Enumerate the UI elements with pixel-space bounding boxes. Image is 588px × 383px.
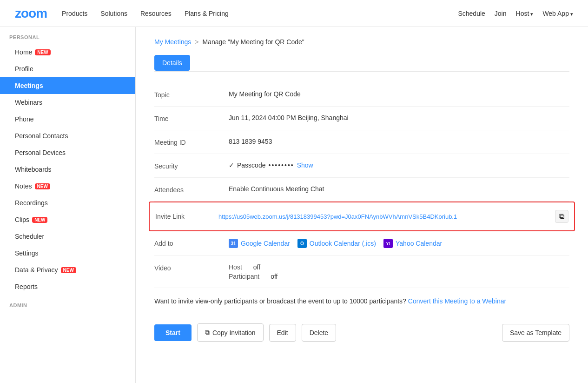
- header-right: Schedule Join Host Web App: [458, 10, 573, 17]
- sidebar-item-meetings-label: Meetings: [15, 82, 43, 89]
- breadcrumb: My Meetings > Manage "My Meeting for QR …: [154, 38, 569, 46]
- nav-products[interactable]: Products: [62, 10, 87, 17]
- join-button[interactable]: Join: [495, 10, 507, 17]
- personal-section-label: PERSONAL: [0, 27, 135, 44]
- tabs: Details: [154, 55, 569, 72]
- time-row: Time Jun 11, 2024 04:00 PM Beijing, Shan…: [154, 107, 569, 130]
- convert-to-webinar-link[interactable]: Convert this Meeting to a Webinar: [408, 297, 506, 305]
- add-to-label: Add to: [154, 239, 229, 247]
- topic-row: Topic My Meeting for QR Code: [154, 83, 569, 107]
- calendar-links: 31 Google Calendar O Outlook Calendar (.…: [229, 239, 569, 248]
- security-check: ✓: [229, 161, 234, 169]
- sidebar-item-scheduler[interactable]: Scheduler: [0, 228, 135, 245]
- outlook-calendar-label: Outlook Calendar (.ics): [310, 240, 376, 247]
- attendees-row: Attendees Enable Continuous Meeting Chat: [154, 178, 569, 202]
- webinar-promo-text: Want to invite view-only participants or…: [154, 297, 406, 305]
- time-label: Time: [154, 114, 229, 122]
- breadcrumb-current: Manage "My Meeting for QR Code": [203, 38, 304, 46]
- yahoo-calendar-label: Yahoo Calendar: [396, 240, 442, 247]
- sidebar: PERSONAL Home NEW Profile Meetings Webin…: [0, 27, 136, 383]
- sidebar-item-clips[interactable]: Clips NEW: [0, 211, 135, 228]
- google-calendar-label: Google Calendar: [241, 240, 290, 247]
- webinar-promo: Want to invite view-only participants or…: [154, 288, 569, 314]
- sidebar-item-reports-label: Reports: [15, 283, 38, 290]
- zoom-logo: zoom: [15, 6, 47, 21]
- sidebar-item-notes-label: Notes: [15, 182, 32, 190]
- yahoo-calendar-link[interactable]: Y! Yahoo Calendar: [383, 239, 442, 248]
- outlook-calendar-link[interactable]: O Outlook Calendar (.ics): [297, 239, 376, 248]
- video-participant-row: Participant off: [229, 273, 569, 280]
- sidebar-item-home[interactable]: Home NEW: [0, 44, 135, 60]
- nav-resources[interactable]: Resources: [140, 10, 172, 17]
- sidebar-item-reports[interactable]: Reports: [0, 278, 135, 295]
- video-host-label: Host: [229, 263, 242, 271]
- copy-invitation-button[interactable]: ⧉ Copy Invitation: [197, 323, 264, 342]
- tab-details[interactable]: Details: [154, 55, 190, 71]
- yahoo-calendar-icon: Y!: [383, 239, 393, 248]
- topic-label: Topic: [154, 90, 229, 99]
- start-button[interactable]: Start: [154, 324, 192, 341]
- passcode-label: Passcode: [237, 161, 265, 169]
- video-host-value: off: [253, 263, 260, 271]
- show-passcode-link[interactable]: Show: [297, 161, 313, 169]
- nav-plans-pricing[interactable]: Plans & Pricing: [185, 10, 229, 17]
- clips-badge: NEW: [32, 217, 47, 223]
- sidebar-item-personal-devices-label: Personal Devices: [15, 149, 66, 156]
- sidebar-item-profile[interactable]: Profile: [0, 60, 135, 77]
- invite-link-row: Invite Link https://us05web.zoom.us/j/81…: [149, 202, 575, 231]
- video-participant-value: off: [271, 273, 277, 280]
- invite-link-url[interactable]: https://us05web.zoom.us/j/81318399453?pw…: [218, 213, 549, 220]
- sidebar-item-settings[interactable]: Settings: [0, 245, 135, 262]
- sidebar-item-notes[interactable]: Notes NEW: [0, 178, 135, 195]
- sidebar-item-home-label: Home: [15, 48, 32, 56]
- sidebar-item-settings-label: Settings: [15, 249, 39, 257]
- sidebar-item-scheduler-label: Scheduler: [15, 233, 44, 240]
- sidebar-item-clips-label: Clips: [15, 216, 29, 223]
- host-button[interactable]: Host: [516, 10, 534, 17]
- breadcrumb-parent[interactable]: My Meetings: [154, 38, 191, 46]
- sidebar-item-phone[interactable]: Phone: [0, 111, 135, 128]
- layout: PERSONAL Home NEW Profile Meetings Webin…: [0, 27, 588, 383]
- admin-section-label: ADMIN: [0, 295, 135, 312]
- delete-button[interactable]: Delete: [302, 324, 336, 342]
- nav-links: Products Solutions Resources Plans & Pri…: [62, 10, 229, 17]
- outlook-calendar-icon: O: [297, 239, 307, 248]
- edit-button[interactable]: Edit: [269, 324, 296, 342]
- video-value: Host off Participant off: [229, 263, 569, 280]
- attendees-label: Attendees: [154, 185, 229, 194]
- sidebar-item-personal-contacts[interactable]: Personal Contacts: [0, 128, 135, 144]
- sidebar-item-personal-devices[interactable]: Personal Devices: [0, 144, 135, 161]
- home-badge: NEW: [35, 49, 50, 55]
- security-row: Security ✓ Passcode •••••••• Show: [154, 154, 569, 178]
- video-row: Video Host off Participant off: [154, 256, 569, 288]
- header: zoom Products Solutions Resources Plans …: [0, 0, 588, 27]
- schedule-button[interactable]: Schedule: [458, 10, 485, 17]
- video-label: Video: [154, 263, 229, 272]
- invite-link-label: Invite Link: [155, 213, 218, 220]
- main-content: My Meetings > Manage "My Meeting for QR …: [136, 27, 588, 383]
- sidebar-item-whiteboards[interactable]: Whiteboards: [0, 161, 135, 178]
- copy-invitation-label: Copy Invitation: [212, 329, 256, 336]
- topic-value: My Meeting for QR Code: [229, 90, 569, 98]
- sidebar-item-data-privacy-label: Data & Privacy: [15, 266, 58, 274]
- sidebar-item-webinars-label: Webinars: [15, 99, 42, 106]
- add-to-row: Add to 31 Google Calendar O Outlook Cale…: [154, 231, 569, 256]
- google-calendar-link[interactable]: 31 Google Calendar: [229, 239, 290, 248]
- copy-icon: ⧉: [205, 329, 210, 336]
- time-value: Jun 11, 2024 04:00 PM Beijing, Shanghai: [229, 114, 569, 121]
- sidebar-item-meetings[interactable]: Meetings: [0, 77, 135, 94]
- sidebar-item-webinars[interactable]: Webinars: [0, 94, 135, 111]
- meeting-id-label: Meeting ID: [154, 138, 229, 146]
- copy-link-button[interactable]: ⧉: [555, 210, 568, 223]
- header-left: zoom Products Solutions Resources Plans …: [15, 6, 229, 21]
- nav-solutions[interactable]: Solutions: [100, 10, 127, 17]
- data-privacy-badge: NEW: [61, 267, 76, 273]
- save-template-button[interactable]: Save as Template: [502, 324, 569, 342]
- web-app-button[interactable]: Web App: [542, 10, 573, 17]
- sidebar-item-data-privacy[interactable]: Data & Privacy NEW: [0, 262, 135, 278]
- sidebar-item-recordings[interactable]: Recordings: [0, 195, 135, 211]
- sidebar-item-phone-label: Phone: [15, 115, 33, 123]
- notes-badge: NEW: [35, 183, 50, 189]
- meeting-id-value: 813 1839 9453: [229, 138, 569, 145]
- security-value: ✓ Passcode •••••••• Show: [229, 161, 569, 169]
